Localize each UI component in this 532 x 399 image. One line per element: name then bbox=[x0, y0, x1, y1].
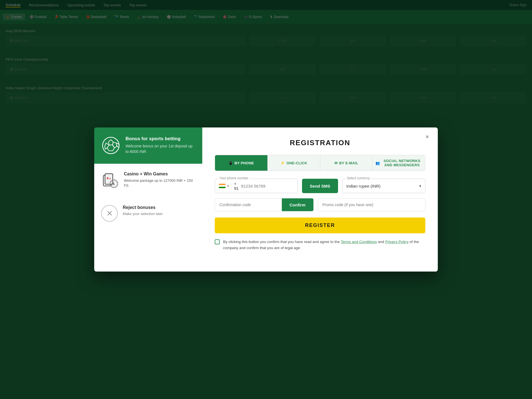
reject-bonuses-card[interactable]: ✕ Reject bonuses Make your selection lat… bbox=[94, 197, 202, 272]
confirmation-wrapper: Confirm bbox=[215, 198, 314, 211]
phone-field-label: Your phone number bbox=[218, 176, 250, 180]
close-button[interactable]: × bbox=[423, 132, 432, 141]
terms-text: By clicking this button you confirm that… bbox=[223, 239, 425, 251]
svg-text:A: A bbox=[107, 177, 109, 180]
country-code: + 91 bbox=[234, 181, 239, 191]
registration-modal: Bonus for sports betting Welcome bonus o… bbox=[94, 127, 438, 272]
flag-selector[interactable]: ▼ bbox=[219, 184, 229, 188]
football-bonus-icon bbox=[101, 136, 121, 155]
terms-checkbox[interactable] bbox=[215, 239, 220, 244]
sports-bonus-title: Bonus for sports betting bbox=[126, 136, 195, 142]
send-sms-button[interactable]: Send SMS bbox=[302, 179, 338, 193]
tab-one-click[interactable]: ⚡ ONE-CLICK bbox=[268, 155, 320, 171]
sports-bonus-card[interactable]: Bonus for sports betting Welcome bonus o… bbox=[94, 127, 202, 164]
casino-bonus-description: Welcome package up to 127000 INR + 150 F… bbox=[124, 178, 195, 188]
promo-code-input[interactable] bbox=[323, 203, 421, 207]
confirmation-promo-row: Confirm bbox=[215, 198, 425, 211]
confirm-button[interactable]: Confirm bbox=[282, 198, 313, 211]
social-tab-icon: 👥 bbox=[375, 161, 380, 165]
casino-bonus-icon: A ♠ $ bbox=[101, 172, 119, 189]
registration-tabs: 📱 BY PHONE ⚡ ONE-CLICK ✉ BY E-MAIL 👥 SOC… bbox=[215, 155, 425, 171]
currency-selector[interactable]: Select currency Indian rupee (INR) ▾ bbox=[342, 179, 425, 193]
phone-currency-row: Your phone number ▼ + 91 Send SMS Select… bbox=[215, 179, 425, 193]
register-button[interactable]: REGISTER bbox=[215, 218, 425, 233]
phone-field-wrapper: Your phone number ▼ + 91 bbox=[215, 179, 298, 193]
social-tab-label: SOCIAL NETWORKS AND MESSENGERS bbox=[382, 159, 422, 167]
phone-input[interactable] bbox=[241, 184, 294, 188]
flag-chevron-icon: ▼ bbox=[227, 185, 229, 188]
phone-tab-icon: 📱 bbox=[228, 161, 233, 165]
reject-title: Reject bonuses bbox=[123, 205, 163, 210]
svg-marker-4 bbox=[105, 143, 109, 149]
currency-field-label: Select currency bbox=[346, 176, 371, 180]
privacy-policy-link[interactable]: Privacy Policy bbox=[385, 240, 408, 244]
promo-wrapper bbox=[318, 198, 426, 211]
india-flag-icon bbox=[219, 184, 226, 188]
confirmation-code-input[interactable] bbox=[215, 198, 282, 211]
terms-and-conditions-link[interactable]: Terms and Conditions bbox=[341, 240, 377, 244]
svg-text:$: $ bbox=[113, 182, 115, 186]
sports-bonus-description: Welcome bonus on your 1st deposit up to … bbox=[126, 144, 195, 154]
email-tab-label: BY E-MAIL bbox=[339, 161, 358, 165]
tab-by-email[interactable]: ✉ BY E-MAIL bbox=[320, 155, 373, 171]
tab-by-phone[interactable]: 📱 BY PHONE bbox=[215, 155, 268, 171]
modal-overlay: Bonus for sports betting Welcome bonus o… bbox=[0, 0, 532, 399]
bonus-left-panel: Bonus for sports betting Welcome bonus o… bbox=[94, 127, 202, 272]
registration-title: REGISTRATION bbox=[215, 139, 425, 147]
phone-tab-label: BY PHONE bbox=[234, 161, 254, 165]
currency-chevron-icon: ▾ bbox=[419, 184, 421, 188]
oneclick-tab-label: ONE-CLICK bbox=[287, 161, 307, 165]
terms-text-before: By clicking this button you confirm that… bbox=[223, 240, 341, 244]
svg-rect-7 bbox=[105, 174, 113, 184]
email-tab-icon: ✉ bbox=[334, 161, 337, 165]
phone-divider bbox=[232, 183, 232, 189]
tab-social[interactable]: 👥 SOCIAL NETWORKS AND MESSENGERS bbox=[373, 155, 425, 171]
casino-bonus-title: Casino + Win Games bbox=[124, 172, 195, 177]
terms-row: By clicking this button you confirm that… bbox=[215, 239, 425, 251]
reject-description: Make your selection later bbox=[123, 212, 163, 216]
terms-text-middle: and bbox=[377, 240, 385, 244]
sports-bonus-info: Bonus for sports betting Welcome bonus o… bbox=[126, 136, 195, 154]
casino-bonus-card[interactable]: A ♠ $ Casino + Win Games Welcome package… bbox=[94, 164, 202, 197]
registration-form-panel: × REGISTRATION 📱 BY PHONE ⚡ ONE-CLICK ✉ … bbox=[202, 127, 438, 272]
currency-value: Indian rupee (INR) bbox=[346, 184, 380, 188]
oneclick-tab-icon: ⚡ bbox=[280, 161, 285, 165]
reject-icon: ✕ bbox=[101, 205, 118, 222]
casino-bonus-info: Casino + Win Games Welcome package up to… bbox=[124, 172, 195, 188]
reject-info: Reject bonuses Make your selection later bbox=[123, 205, 163, 216]
